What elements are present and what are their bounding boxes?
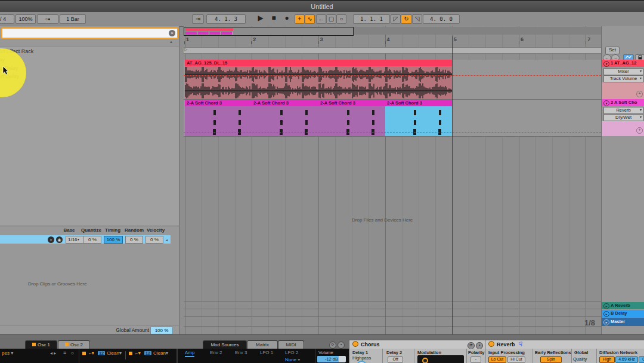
punch-out-button[interactable]: ◹ [412, 14, 422, 24]
scroll-left-icon[interactable]: ◂ [166, 238, 168, 242]
groove-timing-value[interactable]: 100 % [104, 236, 123, 244]
groove-amount-field[interactable]: 100% [16, 14, 36, 24]
midi-clip-title[interactable]: 2-A Soft Chord 3 [318, 100, 385, 106]
groove-quantize-value[interactable]: 0 % [83, 236, 101, 244]
metronome-icon[interactable]: ○● [37, 14, 58, 24]
synth-hotswap-icon[interactable]: ⟳ [329, 342, 336, 349]
modulation-display[interactable] [417, 355, 464, 363]
track1-add-lane-icon[interactable]: + [636, 91, 643, 97]
master-track[interactable]: ▸Master [602, 318, 644, 326]
audio-clip-waveform[interactable] [185, 66, 452, 99]
mod-sub-tab[interactable]: Amp [185, 350, 194, 357]
record-button[interactable]: ● [281, 14, 292, 23]
diffusion-freq-value[interactable]: 4.69 kHz [615, 356, 638, 363]
spin-button[interactable]: Spin [540, 356, 562, 363]
draw-mode-button[interactable]: ∿ [305, 14, 315, 24]
loop-length-display[interactable]: 4. 0. 0 [423, 14, 460, 24]
mod-sub-tab[interactable]: LFO 2 [285, 350, 298, 355]
mod-sub-tab[interactable]: Env 2 [210, 350, 222, 355]
shapes-menu[interactable]: pes ▾ [2, 350, 13, 356]
track2-param-chooser[interactable]: Dry/Wet [603, 114, 643, 121]
oscA-mode-select[interactable]: Clean▾ [107, 350, 122, 356]
return-track-b[interactable]: ▸B Delay [602, 310, 644, 317]
track1-param-chooser[interactable]: Track Volume [603, 75, 643, 82]
circle-icon[interactable]: ○ [71, 350, 74, 356]
modulation-knob[interactable] [422, 358, 428, 363]
chorus-on-led[interactable] [352, 341, 358, 347]
menu-icon[interactable]: ≡ [63, 350, 66, 356]
time-ruler[interactable]: 0:000:020:040:060:080:10 [184, 326, 601, 334]
quality-high-button[interactable]: High [599, 356, 615, 363]
global-amount-value[interactable]: 100 % [150, 327, 173, 334]
mod-sub-tab[interactable]: Env 3 [235, 350, 247, 355]
polarity-button[interactable]: - [470, 356, 481, 363]
return-a-unfold-icon[interactable]: ▸ [603, 303, 609, 309]
delay2-off-button[interactable]: Off [388, 356, 403, 363]
track1-fold-icon[interactable]: ▾ [603, 61, 609, 67]
play-button[interactable]: ▶ [255, 14, 266, 23]
search-clear-icon[interactable]: × [169, 30, 175, 36]
scrub-area[interactable]: ▷ [184, 47, 601, 54]
track2-header[interactable]: ▾2 A Soft Cho [602, 99, 644, 106]
hicut-button[interactable]: Hi Cut [507, 356, 525, 363]
browser-list-item[interactable]: Audio Effect Rack [0, 47, 188, 56]
loop-start-display[interactable]: 1. 1. 1 [353, 14, 390, 24]
track2-add-lane-icon[interactable]: + [636, 127, 643, 134]
reverb-on-led[interactable] [488, 341, 494, 347]
time-signature-field[interactable]: / 4 [0, 14, 14, 24]
selection-box-button[interactable]: ▢ [326, 14, 336, 24]
groove-random-value[interactable]: 0 % [125, 236, 143, 244]
quantization-menu[interactable]: 1 Bar [60, 14, 86, 24]
groove-base-select[interactable]: 1/16 [66, 236, 84, 244]
midi-clip[interactable]: 2-A Soft Chord 3 [185, 100, 252, 136]
midi-clip-title[interactable]: 2-A Soft Chord 3 [385, 100, 452, 106]
return-track-a[interactable]: ▸A Reverb [602, 302, 644, 309]
midi-clip[interactable]: 2-A Soft Chord 3 [318, 100, 385, 136]
synth-save-icon[interactable]: ▪ [338, 342, 345, 349]
oscB-mode-select[interactable]: Clean▾ [153, 350, 168, 356]
osc-nav-icons[interactable]: ◂ ▸ [50, 350, 56, 356]
oscA-on-icon[interactable] [82, 352, 86, 355]
diffusion-decay-value[interactable]: 0.97 [639, 356, 644, 363]
arrangement-overview[interactable] [184, 27, 601, 35]
commit-groove-icon[interactable]: ▪ [48, 236, 54, 243]
follow-button[interactable]: ⇥ [192, 14, 204, 24]
groove-velocity-value[interactable]: 0 % [145, 236, 163, 244]
beat-ruler[interactable]: 1234567 [184, 36, 601, 47]
track1-header[interactable]: ▾1 AT_AG_12 [602, 60, 644, 67]
track2-automation-line[interactable] [184, 132, 601, 133]
midi-clip-title[interactable]: 2-A Soft Chord 3 [185, 100, 252, 106]
new-button[interactable]: + [295, 14, 305, 24]
back-to-arrangement-button[interactable]: ← [316, 14, 326, 24]
punch-in-button[interactable]: ◸ [391, 14, 401, 24]
scroll-up-icon[interactable]: ▲ [169, 40, 173, 44]
browser-list-item[interactable]: Filter Delay [0, 64, 188, 72]
midi-clip[interactable]: 2-A Soft Chord 3 [252, 100, 318, 136]
track1-device-chooser[interactable]: Mixer [603, 68, 643, 75]
midi-clip-title[interactable]: 2-A Soft Chord 3 [252, 100, 318, 106]
track2-device-chooser[interactable]: Reverb [603, 107, 643, 114]
return-b-unfold-icon[interactable]: ▸ [603, 311, 609, 317]
mod-sub-tab[interactable]: LFO 1 [260, 350, 273, 355]
browser-search-input[interactable]: × [1, 27, 178, 39]
oscB-semitone-badge[interactable]: 12 [144, 351, 151, 355]
oscB-on-icon[interactable] [129, 352, 132, 355]
audio-clip-title[interactable]: AT_AG_125_DL_15 [185, 60, 452, 66]
volume-slider[interactable]: -12 dB [317, 356, 346, 362]
browser-list-item[interactable]: Grain Delay [0, 72, 188, 81]
track2-fold-icon[interactable]: ▾ [603, 100, 609, 106]
highpass-knob[interactable] [357, 361, 367, 363]
audio-clip[interactable]: AT_AG_125_DL_15 [185, 60, 452, 99]
browser-list-item[interactable]: Delay [0, 56, 188, 64]
stop-button[interactable]: ■ [268, 14, 279, 23]
circle-button[interactable]: ○ [336, 14, 346, 24]
oscA-wave-select[interactable]: ⌐▾ [89, 350, 94, 356]
locut-button[interactable]: Lo Cut [488, 356, 506, 363]
groove-row[interactable]: ▪ ◉ 1/16 ▾ 0 % 100 % 0 % 0 % ◂ [0, 235, 171, 244]
hotswap-groove-icon[interactable]: ◉ [56, 236, 63, 243]
oscB-wave-select[interactable]: ⌐▾ [135, 350, 141, 356]
arrangement-area[interactable]: 1234567 ▷ AT_AG_125_DL_15 2-A Soft Chord… [184, 26, 601, 334]
oscA-semitone-badge[interactable]: 12 [98, 351, 105, 355]
overview-viewport[interactable] [184, 27, 354, 36]
track1-automation-line[interactable] [184, 75, 601, 76]
